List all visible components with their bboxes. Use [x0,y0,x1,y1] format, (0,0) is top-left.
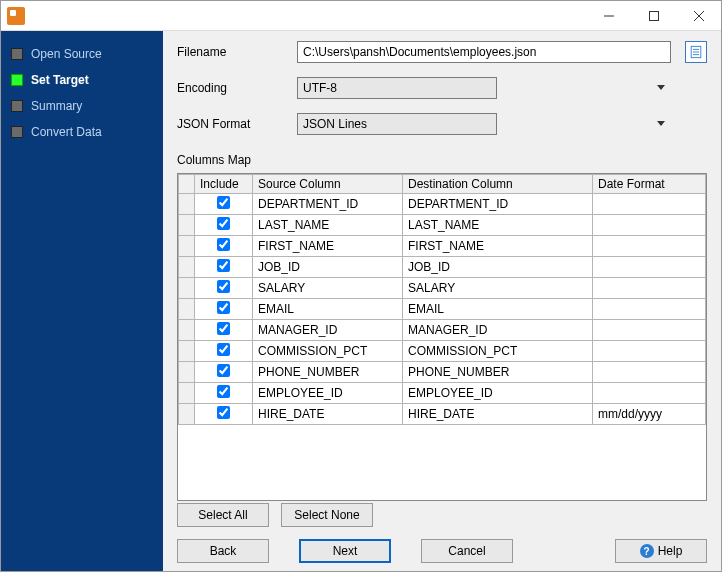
row-header[interactable] [179,341,195,362]
content-panel: Filename Encoding JSON Format Col [163,31,721,571]
date-format-cell[interactable]: mm/dd/yyyy [593,404,706,425]
row-header[interactable] [179,215,195,236]
table-row[interactable]: COMMISSION_PCTCOMMISSION_PCT [179,341,706,362]
source-column-cell[interactable]: LAST_NAME [253,215,403,236]
row-header[interactable] [179,236,195,257]
table-row[interactable]: MANAGER_IDMANAGER_ID [179,320,706,341]
include-checkbox[interactable] [217,196,230,209]
include-checkbox[interactable] [217,364,230,377]
destination-column-cell[interactable]: DEPARTMENT_ID [403,194,593,215]
destination-column-cell[interactable]: PHONE_NUMBER [403,362,593,383]
filename-input[interactable] [297,41,671,63]
date-format-cell[interactable] [593,299,706,320]
include-cell [195,320,253,341]
source-column-cell[interactable]: EMAIL [253,299,403,320]
next-button[interactable]: Next [299,539,391,563]
source-column-cell[interactable]: COMMISSION_PCT [253,341,403,362]
row-header[interactable] [179,320,195,341]
col-header-source[interactable]: Source Column [253,175,403,194]
destination-column-cell[interactable]: COMMISSION_PCT [403,341,593,362]
row-header[interactable] [179,299,195,320]
source-column-cell[interactable]: DEPARTMENT_ID [253,194,403,215]
row-header[interactable] [179,194,195,215]
destination-column-cell[interactable]: EMAIL [403,299,593,320]
columns-map-table-container: Include Source Column Destination Column… [177,173,707,501]
select-none-button[interactable]: Select None [281,503,373,527]
destination-column-cell[interactable]: MANAGER_ID [403,320,593,341]
cancel-button[interactable]: Cancel [421,539,513,563]
include-checkbox[interactable] [217,217,230,230]
wizard-step[interactable]: Convert Data [1,119,163,145]
date-format-cell[interactable] [593,341,706,362]
include-checkbox[interactable] [217,259,230,272]
encoding-label: Encoding [177,81,287,95]
date-format-cell[interactable] [593,320,706,341]
maximize-button[interactable] [631,1,676,30]
destination-column-cell[interactable]: FIRST_NAME [403,236,593,257]
wizard-step[interactable]: Set Target [1,67,163,93]
step-marker-icon [11,126,23,138]
source-column-cell[interactable]: SALARY [253,278,403,299]
table-row[interactable]: PHONE_NUMBERPHONE_NUMBER [179,362,706,383]
col-header-destination[interactable]: Destination Column [403,175,593,194]
source-column-cell[interactable]: JOB_ID [253,257,403,278]
include-checkbox[interactable] [217,322,230,335]
wizard-step[interactable]: Summary [1,93,163,119]
col-header-include[interactable]: Include [195,175,253,194]
help-button[interactable]: ? Help [615,539,707,563]
destination-column-cell[interactable]: JOB_ID [403,257,593,278]
row-header[interactable] [179,404,195,425]
table-row[interactable]: EMPLOYEE_IDEMPLOYEE_ID [179,383,706,404]
document-icon [689,45,703,59]
date-format-cell[interactable] [593,278,706,299]
include-checkbox[interactable] [217,406,230,419]
svg-rect-1 [649,11,658,20]
destination-column-cell[interactable]: LAST_NAME [403,215,593,236]
date-format-cell[interactable] [593,362,706,383]
source-column-cell[interactable]: HIRE_DATE [253,404,403,425]
date-format-cell[interactable] [593,383,706,404]
encoding-select[interactable] [297,77,497,99]
browse-file-button[interactable] [685,41,707,63]
minimize-button[interactable] [586,1,631,30]
back-button[interactable]: Back [177,539,269,563]
table-row[interactable]: SALARYSALARY [179,278,706,299]
source-column-cell[interactable]: MANAGER_ID [253,320,403,341]
date-format-cell[interactable] [593,257,706,278]
row-header[interactable] [179,257,195,278]
destination-column-cell[interactable]: HIRE_DATE [403,404,593,425]
date-format-cell[interactable] [593,194,706,215]
include-checkbox[interactable] [217,343,230,356]
table-row[interactable]: LAST_NAMELAST_NAME [179,215,706,236]
include-cell [195,404,253,425]
table-row[interactable]: JOB_IDJOB_ID [179,257,706,278]
source-column-cell[interactable]: FIRST_NAME [253,236,403,257]
destination-column-cell[interactable]: SALARY [403,278,593,299]
date-format-cell[interactable] [593,236,706,257]
include-cell [195,236,253,257]
date-format-cell[interactable] [593,215,706,236]
step-label: Summary [31,99,82,113]
table-row[interactable]: HIRE_DATEHIRE_DATEmm/dd/yyyy [179,404,706,425]
col-header-dateformat[interactable]: Date Format [593,175,706,194]
include-cell [195,383,253,404]
include-checkbox[interactable] [217,385,230,398]
row-header[interactable] [179,278,195,299]
wizard-step[interactable]: Open Source [1,41,163,67]
include-checkbox[interactable] [217,301,230,314]
include-cell [195,341,253,362]
close-button[interactable] [676,1,721,30]
columns-map-table: Include Source Column Destination Column… [178,174,706,425]
row-header[interactable] [179,383,195,404]
source-column-cell[interactable]: PHONE_NUMBER [253,362,403,383]
table-row[interactable]: FIRST_NAMEFIRST_NAME [179,236,706,257]
row-header[interactable] [179,362,195,383]
table-row[interactable]: EMAILEMAIL [179,299,706,320]
source-column-cell[interactable]: EMPLOYEE_ID [253,383,403,404]
jsonformat-select[interactable] [297,113,497,135]
destination-column-cell[interactable]: EMPLOYEE_ID [403,383,593,404]
select-all-button[interactable]: Select All [177,503,269,527]
include-checkbox[interactable] [217,280,230,293]
table-row[interactable]: DEPARTMENT_IDDEPARTMENT_ID [179,194,706,215]
include-checkbox[interactable] [217,238,230,251]
